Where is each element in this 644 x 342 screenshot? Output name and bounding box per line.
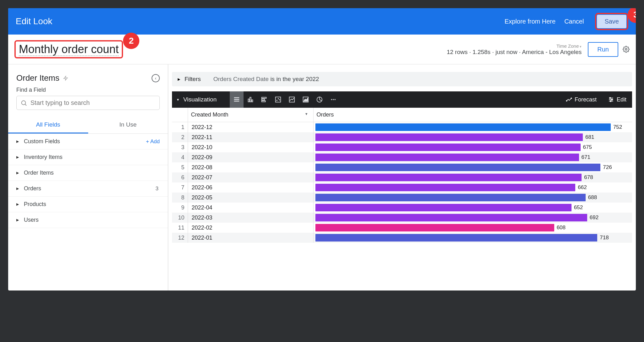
- field-group[interactable]: ▶ Inventory Items: [8, 149, 168, 165]
- row-index: 6: [172, 172, 188, 182]
- cell-orders[interactable]: 678: [313, 172, 632, 182]
- cell-orders[interactable]: 692: [313, 213, 632, 223]
- column-header-orders[interactable]: Orders: [313, 108, 632, 122]
- viz-type-area-icon[interactable]: [299, 91, 313, 108]
- viz-type-pie-icon[interactable]: [313, 91, 326, 108]
- field-group[interactable]: ▶ Products: [8, 197, 168, 212]
- look-title-input[interactable]: Monthly order count: [19, 43, 119, 56]
- field-group[interactable]: ▶ Users: [8, 212, 168, 228]
- cell-orders[interactable]: 726: [313, 162, 632, 172]
- cancel-link[interactable]: Cancel: [564, 18, 584, 25]
- cell-orders[interactable]: 718: [313, 233, 632, 243]
- viz-type-more-icon[interactable]: [326, 91, 340, 108]
- svg-rect-4: [234, 97, 239, 98]
- field-usage-count: 3: [156, 186, 160, 192]
- viz-type-bar-icon[interactable]: [257, 91, 271, 108]
- cell-orders[interactable]: 675: [313, 142, 632, 152]
- cell-orders[interactable]: 662: [313, 182, 632, 193]
- cell-orders[interactable]: 688: [313, 193, 632, 203]
- cell-created-month[interactable]: 2022-06: [188, 182, 313, 193]
- cell-created-month[interactable]: 2022-05: [188, 193, 313, 203]
- filters-bar[interactable]: ▶ Filters Orders Created Date is in the …: [172, 72, 632, 86]
- field-group-name: Custom Fields: [24, 138, 146, 145]
- timezone-dropdown[interactable]: Time Zone: [447, 43, 582, 49]
- bar-value: 726: [603, 164, 612, 171]
- tab-all-fields[interactable]: All Fields: [8, 117, 88, 133]
- visualization-label: Visualization: [183, 96, 217, 103]
- svg-rect-10: [262, 97, 266, 99]
- svg-point-2: [22, 100, 26, 105]
- search-input-wrap[interactable]: [16, 96, 160, 110]
- bar-value: 652: [574, 204, 583, 211]
- cell-created-month[interactable]: 2022-04: [188, 203, 313, 213]
- bar-value: 688: [588, 194, 597, 201]
- svg-point-25: [571, 98, 572, 99]
- bar: [315, 204, 572, 211]
- cell-orders[interactable]: 681: [313, 132, 632, 142]
- viz-type-table-icon[interactable]: [230, 91, 244, 108]
- cell-created-month[interactable]: 2022-12: [188, 122, 313, 133]
- table-row: 7 2022-06 662: [172, 182, 632, 193]
- bar-value: 608: [557, 225, 566, 231]
- row-index: 5: [172, 162, 188, 172]
- cell-created-month[interactable]: 2022-09: [188, 152, 313, 162]
- annotation-title-highlight: Monthly order count 2: [14, 40, 123, 58]
- explore-name: Order Items: [16, 73, 59, 83]
- cell-created-month[interactable]: 2022-07: [188, 172, 313, 182]
- viz-edit-button[interactable]: Edit: [602, 96, 632, 103]
- viz-type-column-icon[interactable]: [244, 91, 257, 108]
- add-custom-field-link[interactable]: + Add: [146, 138, 160, 145]
- bar: [315, 184, 576, 191]
- bolt-icon[interactable]: [63, 75, 68, 82]
- viz-type-line-icon[interactable]: [285, 91, 299, 108]
- field-tabs: All Fields In Use: [8, 117, 168, 134]
- bar-value: 678: [584, 174, 593, 181]
- cell-created-month[interactable]: 2022-02: [188, 223, 313, 233]
- bar: [315, 133, 583, 141]
- cell-orders[interactable]: 752: [313, 122, 632, 133]
- bar-value: 681: [585, 134, 594, 140]
- field-group-name: Order Items: [24, 170, 160, 176]
- gear-icon[interactable]: [623, 46, 630, 53]
- field-group[interactable]: ▶ Order Items: [8, 165, 168, 181]
- cell-created-month[interactable]: 2022-01: [188, 233, 313, 243]
- cell-created-month[interactable]: 2022-03: [188, 213, 313, 223]
- svg-rect-9: [252, 100, 253, 102]
- bar-value: 752: [613, 124, 622, 130]
- table-row: 6 2022-07 678: [172, 172, 632, 182]
- bar: [315, 164, 601, 171]
- annotation-save-highlight: Save 3: [595, 13, 628, 30]
- caret-down-icon[interactable]: ▼: [176, 98, 180, 101]
- column-header-created-month[interactable]: Created Month ▾: [188, 108, 313, 122]
- bar-value: 718: [600, 235, 609, 241]
- cell-orders[interactable]: 652: [313, 203, 632, 213]
- row-index: 11: [172, 223, 188, 233]
- cell-created-month[interactable]: 2022-11: [188, 132, 313, 142]
- explore-from-here-link[interactable]: Explore from Here: [505, 18, 555, 25]
- field-group[interactable]: ▶ Orders 3: [8, 181, 168, 197]
- svg-point-0: [625, 48, 627, 50]
- cell-orders[interactable]: 671: [313, 152, 632, 162]
- caret-right-icon: ▶: [16, 218, 19, 222]
- save-button[interactable]: Save: [597, 15, 626, 28]
- svg-rect-6: [234, 101, 239, 102]
- svg-line-3: [25, 104, 26, 106]
- table-row: 10 2022-03 692: [172, 213, 632, 223]
- cell-orders[interactable]: 608: [313, 223, 632, 233]
- collapse-sidebar-icon[interactable]: ‹: [152, 74, 160, 82]
- field-group[interactable]: ▶ Custom Fields + Add: [8, 134, 168, 149]
- bar-value: 692: [590, 214, 598, 221]
- svg-marker-19: [304, 98, 308, 101]
- table-row: 8 2022-05 688: [172, 193, 632, 203]
- search-input[interactable]: [30, 99, 156, 106]
- tab-in-use[interactable]: In Use: [88, 117, 168, 133]
- cell-created-month[interactable]: 2022-08: [188, 162, 313, 172]
- run-button[interactable]: Run: [588, 42, 618, 57]
- cell-created-month[interactable]: 2022-10: [188, 142, 313, 152]
- field-group-name: Orders: [24, 185, 156, 192]
- forecast-button[interactable]: Forecast: [560, 96, 602, 103]
- visualization-bar: ▼ Visualization Forecast: [172, 91, 632, 108]
- viz-type-scatter-icon[interactable]: [271, 91, 285, 108]
- field-group-name: Users: [24, 217, 160, 223]
- forecast-icon: [566, 96, 572, 103]
